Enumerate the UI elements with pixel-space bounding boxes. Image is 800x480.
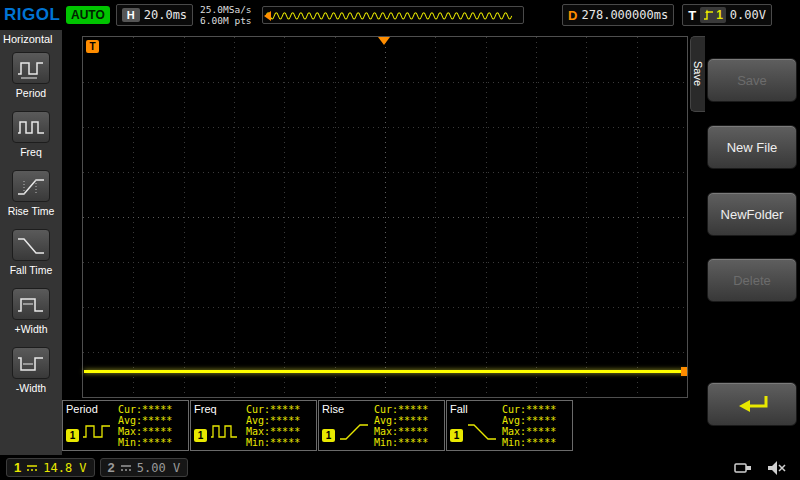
bottom-bar: 1 14.8 V 2 5.00 V — [0, 455, 800, 480]
sidebar-item-plus-width[interactable]: +Width — [0, 288, 62, 335]
trigger-source-chip: 1 — [700, 7, 726, 23]
run-status-badge: AUTO — [66, 6, 110, 24]
rise-measure-icon — [338, 420, 372, 442]
freq-icon — [12, 111, 50, 143]
sidebar-item-label: Freq — [20, 146, 42, 158]
measurement-avg: Avg:***** — [246, 415, 313, 426]
waveform-memory-preview — [262, 6, 524, 24]
horizontal-timebase-box: H 20.0ms — [116, 4, 193, 26]
measurement-cur: Cur:***** — [502, 404, 569, 415]
channel-badge: 1 — [194, 429, 207, 442]
delete-button[interactable]: Delete — [707, 258, 797, 302]
measurement-name: Period — [66, 403, 118, 415]
preview-trigger-marker-icon — [264, 11, 271, 21]
trigger-label: T — [688, 8, 696, 23]
measurement-avg: Avg:***** — [118, 415, 185, 426]
new-file-button[interactable]: New File — [707, 125, 797, 169]
fall-time-icon — [12, 229, 50, 261]
sidebar-item-label: Period — [16, 87, 46, 99]
measurement-max: Max:***** — [374, 426, 441, 437]
measurement-cur: Cur:***** — [374, 404, 441, 415]
measurement-min: Min:***** — [246, 437, 313, 448]
channel-badge: 1 — [322, 429, 335, 442]
channel2-coupling-icon — [119, 462, 133, 474]
measurement-max: Max:***** — [118, 426, 185, 437]
measurement-min: Min:***** — [502, 437, 569, 448]
timebase-value: 20.0ms — [144, 8, 187, 22]
measurement-name: Freq — [194, 403, 246, 415]
right-menu: Save Save New File NewFolder Delete — [690, 30, 800, 455]
oscilloscope-screen: RIGOL AUTO H 20.0ms 25.0MSa/s 6.00M pts … — [0, 0, 800, 480]
minus-width-icon — [12, 347, 50, 379]
measurement-panel-fall: Fall 1 Cur:***** Avg:***** Max:***** Min… — [446, 400, 573, 451]
measurement-panels: Period 1 Cur:***** Avg:***** Max:***** M… — [62, 400, 574, 451]
horizontal-label: H — [122, 8, 140, 22]
usb-device-icon — [733, 459, 755, 477]
back-button[interactable] — [707, 382, 797, 426]
measurement-max: Max:***** — [502, 426, 569, 437]
trigger-edge-icon — [703, 9, 714, 21]
sidebar-item-freq[interactable]: Freq — [0, 111, 62, 158]
measurement-cur: Cur:***** — [246, 404, 313, 415]
measurement-name: Rise — [322, 403, 374, 415]
channel1-trace — [84, 370, 686, 373]
period-icon — [12, 52, 50, 84]
measurement-avg: Avg:***** — [502, 415, 569, 426]
rise-time-icon — [12, 170, 50, 202]
delay-label: D — [568, 8, 577, 23]
sidebar-item-label: Rise Time — [8, 205, 55, 217]
measurement-avg: Avg:***** — [374, 415, 441, 426]
delay-box: D 278.000000ms — [562, 4, 674, 26]
preview-waveform-icon — [263, 7, 523, 23]
measurement-panel-period: Period 1 Cur:***** Avg:***** Max:***** M… — [62, 400, 189, 451]
period-measure-icon — [82, 420, 116, 442]
trigger-level-value: 0.00V — [730, 8, 766, 22]
channel2-number: 2 — [108, 460, 115, 475]
channel1-coupling-icon — [25, 462, 39, 474]
top-bar: RIGOL AUTO H 20.0ms 25.0MSa/s 6.00M pts … — [0, 0, 800, 30]
measurement-min: Min:***** — [118, 437, 185, 448]
sidebar-item-label: Fall Time — [10, 264, 53, 276]
plus-width-icon — [12, 288, 50, 320]
trigger-level-marker — [681, 367, 687, 376]
memory-depth: 6.00M pts — [200, 15, 256, 26]
channel1-indicator[interactable]: 1 14.8 V — [6, 458, 95, 477]
trigger-position-arrow-icon — [378, 37, 390, 45]
channel1-scale: 14.8 V — [43, 461, 86, 475]
sidebar-item-label: +Width — [15, 323, 48, 335]
delay-value: 278.000000ms — [581, 8, 668, 22]
measurement-min: Min:***** — [374, 437, 441, 448]
speaker-mute-icon — [766, 459, 788, 477]
acquisition-info: 25.0MSa/s 6.00M pts — [200, 4, 256, 26]
channel2-scale: 5.00 V — [137, 461, 180, 475]
save-button[interactable]: Save — [707, 58, 797, 102]
channel2-indicator[interactable]: 2 5.00 V — [100, 458, 189, 477]
sidebar-item-label: -Width — [16, 382, 46, 394]
measurement-max: Max:***** — [246, 426, 313, 437]
channel-badge: 1 — [66, 429, 79, 442]
measurement-cur: Cur:***** — [118, 404, 185, 415]
fall-measure-icon — [466, 420, 500, 442]
sidebar-item-fall-time[interactable]: Fall Time — [0, 229, 62, 276]
waveform-display-grid: T — [82, 36, 688, 398]
channel-badge: 1 — [450, 429, 463, 442]
measurement-panel-rise: Rise 1 Cur:***** Avg:***** Max:***** Min… — [318, 400, 445, 451]
sidebar-item-minus-width[interactable]: -Width — [0, 347, 62, 394]
trigger-box: T 1 0.00V — [682, 4, 772, 26]
trigger-source-channel: 1 — [716, 8, 723, 22]
measure-sidebar: Horizontal Period Freq Rise Time Fall Ti… — [0, 30, 62, 455]
sidebar-item-period[interactable]: Period — [0, 52, 62, 99]
channel1-number: 1 — [14, 460, 21, 475]
return-arrow-icon — [730, 391, 774, 417]
sample-rate: 25.0MSa/s — [200, 4, 256, 15]
sidebar-item-rise-time[interactable]: Rise Time — [0, 170, 62, 217]
measurement-panel-freq: Freq 1 Cur:***** Avg:***** Max:***** Min… — [190, 400, 317, 451]
measurement-name: Fall — [450, 403, 502, 415]
freq-measure-icon — [210, 420, 244, 442]
new-folder-button[interactable]: NewFolder — [707, 192, 797, 236]
graticule — [83, 37, 687, 397]
sidebar-title: Horizontal — [0, 33, 53, 45]
menu-tab-save: Save — [690, 36, 705, 112]
trigger-position-offscreen-marker: T — [86, 40, 99, 53]
rigol-logo: RIGOL — [4, 5, 62, 25]
